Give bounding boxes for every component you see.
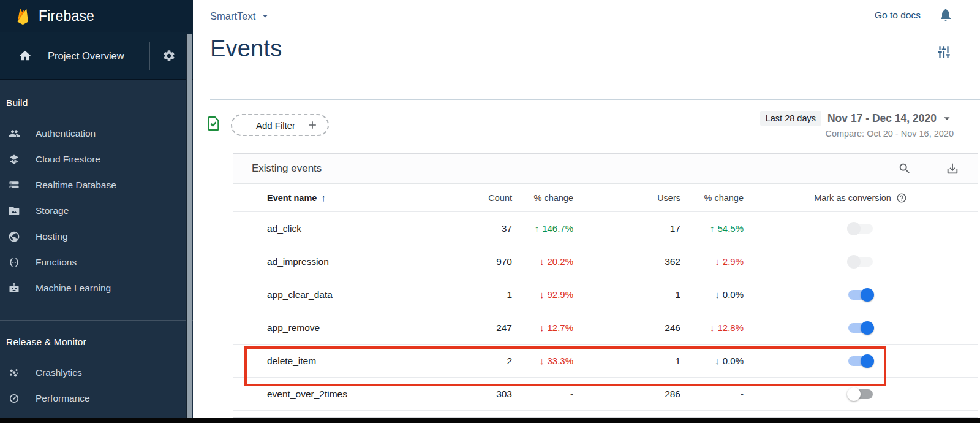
- change-value: 54.5%: [717, 223, 744, 234]
- sidebar-item-project-overview[interactable]: Project Overview: [0, 32, 193, 80]
- change-value: 12.8%: [717, 322, 744, 333]
- event-name: delete_item: [233, 356, 451, 367]
- sidebar-item-realtime-database[interactable]: Realtime Database: [0, 172, 193, 198]
- toggle-knob: [847, 387, 861, 401]
- toggle-knob: [861, 321, 874, 335]
- sidebar-item-hosting[interactable]: Hosting: [0, 224, 193, 250]
- column-users[interactable]: Users: [573, 193, 680, 203]
- divider: [210, 99, 980, 100]
- functions-icon: [8, 256, 20, 269]
- event-users: 246: [573, 322, 680, 333]
- event-users: 1: [573, 356, 680, 367]
- change-value: 12.7%: [547, 322, 573, 333]
- change-value: 92.9%: [547, 289, 573, 300]
- sidebar-section-heading: Release & Monitor: [6, 337, 193, 348]
- table-row[interactable]: ad_click 37 ↑146.7% 17 ↑54.5%: [233, 212, 978, 245]
- toggle-knob: [861, 288, 874, 302]
- go-to-docs-link[interactable]: Go to docs: [875, 10, 921, 21]
- count-change: ↓12.7%: [512, 322, 573, 333]
- users-change: -: [680, 389, 744, 399]
- sidebar-item-label: Crashlytics: [36, 367, 82, 378]
- download-icon[interactable]: [946, 162, 959, 175]
- mark-as-conversion-toggle[interactable]: [848, 323, 873, 333]
- sidebar-sections: Build Authentication Cloud Firestore Rea…: [0, 80, 193, 423]
- gear-icon[interactable]: [162, 49, 176, 63]
- table-row[interactable]: app_clear_data 1 ↓92.9% 1 ↓0.0%: [233, 278, 978, 311]
- sort-asc-icon: ↑: [321, 192, 326, 203]
- mark-as-conversion-toggle[interactable]: [848, 389, 873, 399]
- toggle-knob: [847, 222, 861, 235]
- add-filter-button[interactable]: Add Filter: [231, 114, 329, 136]
- sidebar-item-label: Realtime Database: [36, 180, 116, 191]
- sidebar: Firebase Project Overview Build Authenti…: [0, 0, 193, 423]
- event-count: 303: [451, 389, 512, 400]
- table-row[interactable]: app_remove 247 ↓12.7% 246 ↓12.8%: [233, 311, 978, 344]
- sidebar-item-label: Authentication: [36, 128, 96, 139]
- sidebar-item-machine-learning[interactable]: Machine Learning: [0, 275, 193, 301]
- firebase-console: Firebase Project Overview Build Authenti…: [0, 0, 980, 423]
- sidebar-item-crashlytics[interactable]: Crashlytics: [0, 360, 193, 386]
- sidebar-item-label: Cloud Firestore: [36, 154, 100, 165]
- column-label: Event name: [267, 193, 317, 203]
- sidebar-item-storage[interactable]: Storage: [0, 198, 193, 224]
- count-change: ↓92.9%: [512, 289, 573, 300]
- mark-as-conversion-toggle: [848, 257, 873, 267]
- brand-name: Firebase: [39, 8, 94, 25]
- hosting-icon: [8, 231, 20, 243]
- users-change: ↓12.8%: [680, 322, 744, 333]
- sidebar-item-label: Performance: [36, 393, 90, 404]
- sidebar-item-authentication[interactable]: Authentication: [0, 121, 193, 147]
- table-row[interactable]: ad_impression 970 ↓20.2% 362 ↓2.9%: [233, 245, 978, 278]
- count-change: ↓20.2%: [512, 256, 573, 267]
- sidebar-item-functions[interactable]: Functions: [0, 250, 193, 275]
- performance-icon: [8, 392, 20, 405]
- column-users-change[interactable]: % change: [680, 193, 744, 203]
- mark-as-conversion-toggle[interactable]: [848, 290, 873, 300]
- table-row-highlighted[interactable]: delete_item 2 ↓33.3% 1 ↓0.0%: [233, 344, 978, 377]
- change-value: 146.7%: [542, 223, 573, 234]
- count-change: -: [512, 389, 573, 399]
- sidebar-scrollbar[interactable]: [186, 34, 192, 418]
- arrow-down-icon: ↓: [540, 322, 545, 333]
- arrow-down-icon: ↓: [710, 322, 715, 333]
- event-name: ad_click: [233, 223, 451, 234]
- help-icon[interactable]: [896, 192, 907, 204]
- project-selector-label: SmartText: [210, 10, 255, 22]
- mark-as-conversion-toggle[interactable]: [848, 356, 873, 366]
- mark-as-conversion-toggle: [848, 224, 873, 234]
- existing-events-card: Existing events Event name ↑ Count % cha…: [233, 153, 978, 418]
- tune-filter-icon[interactable]: [936, 44, 952, 60]
- sidebar-item-label: Storage: [36, 205, 69, 216]
- search-icon[interactable]: [898, 162, 911, 175]
- count-change: ↑146.7%: [512, 223, 573, 234]
- column-count-change[interactable]: % change: [512, 193, 573, 203]
- notifications-bell-icon[interactable]: [938, 7, 953, 22]
- arrow-down-icon: ↓: [715, 289, 720, 300]
- main-content: SmartText Go to docs Events Add Filter L…: [193, 0, 980, 423]
- event-users: 362: [573, 256, 680, 267]
- column-count[interactable]: Count: [451, 193, 512, 203]
- change-value: 0.0%: [723, 356, 744, 366]
- project-selector[interactable]: SmartText: [210, 10, 271, 22]
- page-title: Events: [210, 36, 282, 62]
- date-range-label: Nov 17 - Dec 14, 2020: [827, 112, 937, 125]
- count-change: ↓33.3%: [512, 356, 573, 366]
- firestore-icon: [8, 153, 20, 166]
- change-value: 2.9%: [723, 256, 744, 267]
- date-range-selector[interactable]: Nov 17 - Dec 14, 2020: [827, 112, 954, 125]
- events-validated-icon: [205, 115, 222, 132]
- event-users: 17: [573, 223, 680, 234]
- sidebar-item-performance[interactable]: Performance: [0, 386, 193, 411]
- date-range-block: Last 28 days Nov 17 - Dec 14, 2020 Compa…: [760, 111, 954, 139]
- change-value: 0.0%: [723, 289, 744, 300]
- users-change: ↓0.0%: [680, 289, 744, 300]
- sidebar-item-cloud-firestore[interactable]: Cloud Firestore: [0, 147, 193, 172]
- sidebar-item-label: Hosting: [36, 231, 68, 242]
- column-event-name[interactable]: Event name ↑: [233, 192, 451, 203]
- event-count: 2: [451, 356, 512, 367]
- table-row[interactable]: event_over_2times 303 - 286 -: [233, 377, 978, 410]
- sidebar-brand[interactable]: Firebase: [0, 0, 193, 32]
- event-name: app_clear_data: [233, 289, 451, 300]
- event-users: 286: [573, 389, 680, 400]
- divider: [149, 42, 150, 70]
